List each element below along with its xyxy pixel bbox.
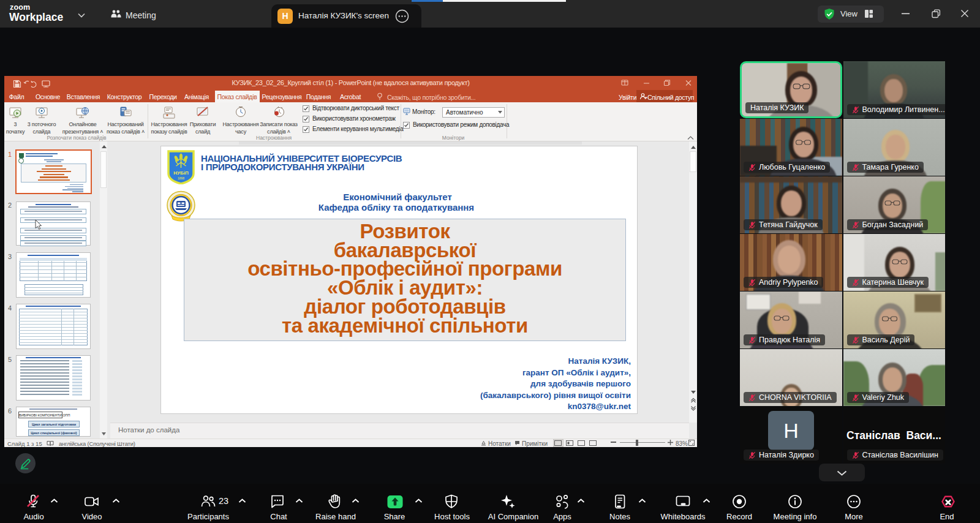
svg-text:НУБіП: НУБіП <box>173 170 189 176</box>
svg-text:1898: 1898 <box>178 176 184 180</box>
